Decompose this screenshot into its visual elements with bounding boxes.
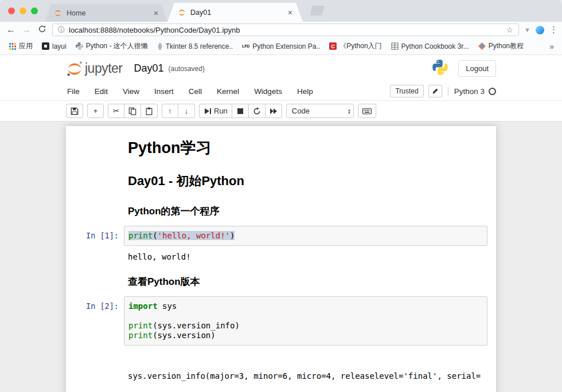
move-cell-up-button[interactable]: ↑ — [162, 104, 178, 118]
python-logo-icon — [432, 60, 448, 77]
bookmarks-bar: 应用 layui Python - 这个人很懒 Tkinter 8.5 refe… — [0, 38, 562, 55]
bookmarks-overflow-icon[interactable]: » — [547, 42, 556, 51]
edit-mode-indicator — [428, 85, 442, 97]
bookmark-apps[interactable]: 应用 — [6, 40, 36, 52]
traffic-lights — [8, 7, 38, 14]
output-cell-1: hello, world! — [75, 248, 487, 266]
code-input[interactable]: print('hello, world!') — [124, 226, 487, 246]
cut-cell-button[interactable]: ✂ — [108, 104, 124, 118]
tab-strip: Home × Day01 × — [0, 0, 562, 22]
menu-help[interactable]: Help — [290, 87, 321, 96]
bookmark-python-intro[interactable]: C 《Python入门 — [326, 40, 385, 52]
cell-type-select[interactable]: Code ▴▾ — [286, 104, 354, 118]
markdown-cell-h1[interactable]: Python学习 — [75, 131, 487, 164]
menu-insert[interactable]: Insert — [147, 87, 181, 96]
menu-widgets[interactable]: Widgets — [247, 87, 290, 96]
tab-close-icon[interactable]: × — [288, 9, 292, 17]
run-icon — [204, 108, 212, 115]
code-cell-1[interactable]: In [1]: print('hello, world!') — [75, 224, 487, 248]
zoom-window-button[interactable] — [31, 7, 38, 14]
jupyter-logo[interactable]: jupyter — [66, 60, 123, 77]
select-arrows-icon: ▴▾ — [348, 108, 350, 114]
jupyter-menubar: File Edit View Insert Cell Kernel Widget… — [0, 82, 562, 101]
output-line: sys.version_info(major=3, minor=6, micro… — [128, 371, 483, 381]
restart-icon — [253, 107, 261, 115]
jupyter-logo-text: jupyter — [85, 61, 123, 76]
bookmark-layui[interactable]: layui — [38, 41, 70, 52]
bookmark-python-tutorial[interactable]: Python教程 — [475, 40, 527, 52]
bookmark-python-blog[interactable]: Python - 这个人很懒 — [72, 40, 151, 52]
trusted-button[interactable]: Trusted — [390, 85, 423, 97]
tab-title: Day01 — [190, 9, 283, 17]
heading-check-version: 查看Python版本 — [128, 275, 483, 288]
site-info-icon[interactable]: ⓘ — [58, 25, 65, 35]
bookmark-lfd[interactable]: LFD Python Extension Pa.. — [239, 41, 323, 52]
command-palette-button[interactable] — [358, 104, 376, 118]
browser-window: Home × Day01 × ← → ⓘ localhos — [0, 0, 562, 392]
input-prompt: In [1]: — [75, 226, 124, 246]
copy-icon — [128, 107, 136, 115]
move-cell-down-button[interactable]: ↓ — [178, 104, 195, 118]
run-button[interactable]: Run — [199, 104, 232, 118]
kernel-idle-icon — [489, 88, 496, 95]
colorful-diamond-icon — [478, 42, 486, 50]
menu-kernel[interactable]: Kernel — [209, 87, 247, 96]
address-bar[interactable]: ⓘ localhost:8888/notebooks/PythonCode/Da… — [52, 23, 519, 36]
browser-menu-icon[interactable]: ⋮ — [549, 25, 556, 35]
notebook-scroll-area[interactable]: Python学习 Day01 - 初始Python Python的第一个程序 I… — [0, 121, 562, 392]
restart-run-all-button[interactable] — [266, 104, 282, 118]
layui-icon — [42, 42, 49, 50]
menu-file[interactable]: File — [66, 87, 87, 96]
jupyter-favicon-icon — [54, 9, 62, 17]
notebook-title[interactable]: Day01 — [134, 62, 164, 75]
interrupt-kernel-button[interactable] — [232, 104, 249, 118]
jupyter-toolbar: + ✂ ↑ ↓ — [0, 101, 562, 121]
floppy-icon — [71, 107, 79, 115]
code-cell-2[interactable]: In [2]: import sys print(sys.version_inf… — [75, 294, 487, 348]
copy-cell-button[interactable] — [124, 104, 141, 118]
keyboard-icon — [362, 108, 372, 115]
pencil-icon — [432, 88, 439, 95]
output-cell-2: sys.version_info(major=3, minor=6, micro… — [75, 348, 487, 392]
red-c-icon: C — [329, 42, 337, 50]
menu-cell[interactable]: Cell — [181, 87, 209, 96]
markdown-cell-h2[interactable]: Day01 - 初始Python — [75, 164, 487, 195]
tab-home[interactable]: Home × — [45, 4, 167, 22]
extension-globe-icon[interactable] — [536, 26, 544, 34]
back-icon[interactable]: ← — [6, 25, 16, 34]
python-gray-icon — [76, 42, 83, 50]
tab-day01[interactable]: Day01 × — [167, 3, 303, 22]
logout-button[interactable]: Logout — [458, 60, 496, 77]
feather-icon — [157, 44, 163, 49]
menu-edit[interactable]: Edit — [87, 87, 115, 96]
stop-icon — [237, 108, 243, 114]
heading-day01: Day01 - 初始Python — [128, 173, 483, 190]
tab-close-icon[interactable]: × — [154, 9, 158, 17]
url-text[interactable]: localhost:8888/notebooks/PythonCode/Day0… — [69, 26, 502, 34]
autosave-status: (autosaved) — [169, 65, 205, 73]
save-button[interactable] — [66, 104, 83, 118]
reload-icon[interactable] — [37, 25, 47, 35]
fast-forward-icon — [270, 108, 278, 114]
book-grid-icon — [391, 42, 399, 50]
bookmark-tkinter[interactable]: Tkinter 8.5 reference.. — [154, 41, 236, 52]
add-cell-button[interactable]: + — [87, 104, 104, 118]
restart-kernel-button[interactable] — [249, 104, 266, 118]
new-tab-button[interactable] — [310, 6, 325, 15]
minimize-window-button[interactable] — [19, 7, 26, 14]
markdown-cell-h3-second[interactable]: 查看Python版本 — [75, 266, 487, 294]
bookmark-star-icon[interactable]: ☆ — [506, 25, 514, 34]
jupyter-logo-icon — [66, 60, 83, 77]
menu-view[interactable]: View — [115, 87, 147, 96]
code-input[interactable]: import sys print(sys.version_info) print… — [124, 296, 487, 346]
paste-cell-button[interactable] — [141, 104, 158, 118]
close-window-button[interactable] — [8, 7, 15, 14]
run-label: Run — [214, 107, 228, 115]
bookmark-cookbook[interactable]: Python Cookbook 3r... — [388, 41, 473, 52]
heading-first-program: Python的第一个程序 — [128, 205, 483, 218]
kernel-name: Python 3 — [454, 87, 485, 96]
markdown-cell-h3-first[interactable]: Python的第一个程序 — [75, 195, 487, 224]
forward-icon[interactable]: → — [21, 25, 32, 34]
extension-triangle-icon[interactable]: ▼ — [524, 26, 530, 33]
tab-title: Home — [67, 9, 149, 17]
